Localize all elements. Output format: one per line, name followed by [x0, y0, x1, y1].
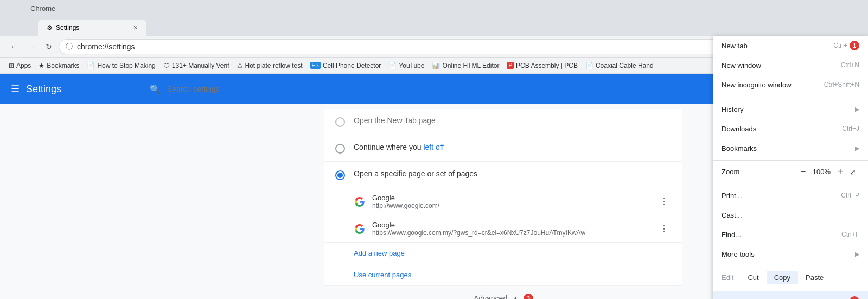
bookmark-item-4[interactable]: ⚠ Hot plate reflow test	[234, 60, 306, 71]
menu-downloads-label: Downloads	[722, 125, 842, 133]
table-icon: 📊	[432, 62, 440, 69]
hamburger-icon[interactable]: ☰	[11, 83, 20, 95]
address-bar[interactable]: ⓘ chrome://settings	[59, 39, 775, 54]
google-logo-1	[354, 196, 366, 208]
startup-page-2-menu[interactable]: ⋮	[656, 221, 672, 236]
menu-cast[interactable]: Cast...	[713, 205, 868, 225]
option-continue-label: Continue where you left off	[354, 143, 444, 151]
menu-more-tools-label: More tools	[722, 250, 851, 258]
menu-incognito[interactable]: New incognito window Ctrl+Shift+N	[713, 75, 868, 94]
startup-page-1-url: http://www.google.com/	[372, 202, 650, 209]
menu-incognito-label: New incognito window	[722, 81, 824, 89]
menu-find[interactable]: Find... Ctrl+F	[713, 225, 868, 244]
edit-label: Edit	[722, 273, 740, 282]
menu-zoom-label: Zoom	[722, 168, 797, 176]
menu-history[interactable]: History ▶	[713, 99, 868, 119]
menu-new-tab-shortcut: Ctrl+	[833, 42, 847, 49]
menu-downloads[interactable]: Downloads Ctrl+J	[713, 119, 868, 138]
shieldbookmark-icon: 🛡	[163, 62, 170, 69]
menu-bookmarks-label: Bookmarks	[722, 144, 851, 152]
advanced-arrow: ▲	[512, 294, 519, 299]
advanced-badge: 3	[524, 294, 533, 299]
apps-icon: ⊞	[9, 62, 14, 69]
settings-badge: 2	[850, 296, 859, 299]
option-specific-label: Open a specific page or set of pages	[354, 169, 477, 178]
option-specific[interactable]: Open a specific page or set of pages	[324, 162, 682, 188]
back-button[interactable]: ←	[7, 39, 22, 54]
paste-button[interactable]: Paste	[798, 271, 831, 284]
menu-print[interactable]: Print... Ctrl+P	[713, 186, 868, 205]
menu-new-tab-label: New tab	[722, 42, 833, 50]
bookmark-item-2[interactable]: 📄 How to Stop Making	[84, 60, 158, 71]
menu-new-window-label: New window	[722, 61, 841, 69]
menu-divider-1	[713, 97, 868, 97]
search-icon: 🔍	[150, 84, 161, 94]
page-icon: 📄	[87, 62, 95, 69]
zoom-in-button[interactable]: +	[834, 165, 846, 179]
chrome-menu: New tab Ctrl+ 1 New window Ctrl+N New in…	[713, 36, 868, 299]
menu-cast-label: Cast...	[722, 211, 859, 219]
option-continue[interactable]: Continue where you left off	[324, 135, 682, 162]
startup-page-2: Google https://www.google.com.my/?gws_rd…	[324, 215, 682, 243]
fullscreen-button[interactable]: ⤢	[846, 167, 859, 177]
pcb-icon: P	[507, 62, 514, 69]
radio-continue[interactable]	[335, 144, 345, 154]
tab-close-icon[interactable]: ×	[133, 23, 138, 32]
radio-newtab[interactable]	[335, 117, 345, 127]
settings-header: ☰ Settings	[0, 74, 139, 104]
settings-title: Settings	[26, 84, 61, 95]
menu-print-label: Print...	[722, 192, 841, 200]
zoom-out-button[interactable]: −	[797, 165, 809, 179]
menu-divider-4	[713, 266, 868, 266]
cable-icon: 📄	[585, 62, 593, 69]
forward-button[interactable]: →	[24, 39, 39, 54]
bookmark-item-9[interactable]: 📄 Coaxial Cable Hand	[582, 60, 657, 71]
menu-more-tools[interactable]: More tools ▶	[713, 244, 868, 264]
new-tab-badge: 1	[850, 41, 859, 50]
menu-settings-label: Settings	[722, 297, 850, 300]
bookmark-apps[interactable]: ⊞ Apps	[5, 60, 34, 71]
menu-new-tab[interactable]: New tab Ctrl+ 1	[713, 36, 868, 55]
zoom-controls: − 100% +	[797, 165, 846, 179]
startup-page-2-url: https://www.google.com.my/?gws_rd=cr&ei=…	[372, 229, 650, 237]
bookmark-item-6[interactable]: 📄 YouTube	[385, 60, 427, 71]
google-logo-2	[354, 223, 366, 235]
tab-strip: ⚙ Settings ×	[0, 16, 868, 36]
active-tab[interactable]: ⚙ Settings ×	[38, 20, 146, 36]
add-new-page-link[interactable]: Add a new page	[324, 243, 682, 264]
settings-sidebar: ☰ Settings	[0, 74, 139, 299]
warning-icon: ⚠	[237, 62, 243, 69]
startup-page-1-menu[interactable]: ⋮	[656, 194, 672, 209]
page-icon2: 📄	[388, 62, 397, 69]
startup-page-1: Google http://www.google.com/ ⋮	[324, 188, 682, 215]
menu-settings[interactable]: Settings 2	[713, 291, 868, 299]
menu-edit-row: Edit Cut Copy Paste	[713, 269, 868, 287]
bookmark-item-8[interactable]: P PCB Assembly | PCB	[503, 60, 581, 71]
menu-bookmarks[interactable]: Bookmarks ▶	[713, 138, 868, 158]
startup-page-1-details: Google http://www.google.com/	[372, 194, 650, 209]
browser-titlebar: Chrome	[0, 0, 868, 16]
bookmark-bookmarks[interactable]: ★ Bookmarks	[35, 60, 82, 71]
menu-print-shortcut: Ctrl+P	[841, 192, 859, 199]
radio-specific[interactable]	[335, 170, 345, 180]
menu-zoom-row: Zoom − 100% + ⤢	[713, 163, 868, 181]
option-newtab-label: Open the New Tab page	[354, 116, 436, 125]
menu-bookmarks-arrow: ▶	[855, 145, 859, 152]
option-newtab[interactable]: Open the New Tab page	[324, 109, 682, 135]
menu-divider-2	[713, 160, 868, 161]
menu-history-label: History	[722, 105, 851, 113]
reload-button[interactable]: ↻	[41, 39, 56, 54]
bookmark-item-3[interactable]: 🛡 131+ Manually Verif	[160, 60, 233, 71]
menu-new-window[interactable]: New window Ctrl+N	[713, 55, 868, 75]
menu-divider-3	[713, 183, 868, 183]
use-current-pages-link[interactable]: Use current pages	[324, 264, 682, 286]
menu-find-label: Find...	[722, 231, 841, 239]
menu-more-tools-arrow: ▶	[855, 251, 859, 258]
advanced-label: Advanced	[474, 294, 507, 299]
url-text: chrome://settings	[77, 42, 135, 51]
cut-button[interactable]: Cut	[740, 271, 766, 284]
bookmark-item-5[interactable]: ES Cell Phone Detector	[307, 60, 385, 71]
copy-button[interactable]: Copy	[767, 271, 798, 284]
bookmark-item-7[interactable]: 📊 Online HTML Editor	[429, 60, 502, 71]
menu-incognito-shortcut: Ctrl+Shift+N	[824, 81, 859, 88]
